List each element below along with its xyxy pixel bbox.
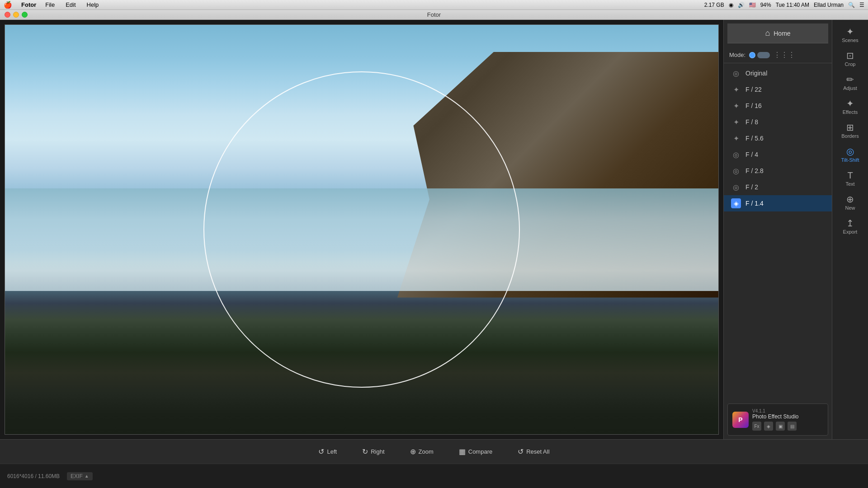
filter-item-f8[interactable]: ✦F / 8 [724, 114, 832, 130]
window-title: Fotor [427, 11, 441, 18]
text-icon: T [847, 171, 853, 180]
home-label: Home [774, 30, 790, 37]
close-button[interactable] [5, 12, 10, 18]
username: Ellad Urman [814, 2, 844, 8]
toolbar-left[interactable]: ↺Left [315, 446, 340, 458]
new-icon: ⊕ [846, 195, 854, 204]
toolbar-compare[interactable]: ▦Compare [455, 446, 496, 458]
toolbar-label-left: Left [327, 448, 337, 455]
ad-banner[interactable]: P V4.1.1 Photo Effect Studio Fx ◈ ▣ ▤ [727, 404, 828, 436]
tool-label-text: Text [845, 181, 854, 187]
app-name-menu[interactable]: Fotor [21, 1, 36, 8]
home-icon: ⌂ [765, 28, 770, 38]
filter-label-f16: F / 16 [745, 102, 762, 109]
right-icon: ↻ [362, 447, 368, 456]
filter-icon-f5_6: ✦ [731, 133, 741, 143]
tool-adjust[interactable]: ✏Adjust [834, 71, 867, 94]
status-bar: 6016*4016 / 11.60MB EXIF ▲ [0, 464, 868, 488]
toolbar-reset[interactable]: ↺Reset All [514, 446, 553, 458]
tool-export[interactable]: ↥Export [834, 215, 867, 238]
tool-label-new: New [845, 205, 855, 211]
filter-label-f2: F / 2 [745, 183, 758, 191]
memory-indicator: 2.17 GB [704, 2, 724, 8]
adjust-icon: ✏ [846, 75, 854, 84]
tilt-shift-icon: ◎ [846, 147, 854, 156]
tool-label-export: Export [843, 229, 858, 235]
effects-icon: ✦ [846, 99, 854, 108]
filter-icon-original: ◎ [731, 68, 741, 78]
filter-item-f2[interactable]: ◎F / 2 [724, 179, 832, 195]
ad-version: V4.1.1 [752, 408, 823, 413]
filter-item-f5_6[interactable]: ✦F / 5.6 [724, 130, 832, 146]
ocean-photo [5, 25, 718, 434]
filter-item-f4[interactable]: ◎F / 4 [724, 146, 832, 163]
exif-label: EXIF [71, 473, 83, 479]
tool-label-tilt-shift: Tilt-Shift [841, 157, 859, 163]
exif-button[interactable]: EXIF ▲ [67, 472, 93, 480]
file-menu[interactable]: File [43, 1, 57, 8]
filter-label-f2_8: F / 2.8 [745, 167, 764, 174]
tool-tilt-shift[interactable]: ◎Tilt-Shift [834, 143, 867, 166]
file-dimensions: 6016*4016 / 11.60MB [7, 473, 60, 479]
filter-item-f22[interactable]: ✦F / 22 [724, 81, 832, 98]
scenes-icon: ✦ [846, 27, 854, 36]
toolbar-zoom[interactable]: ⊕Zoom [406, 446, 437, 458]
filter-label-f4: F / 4 [745, 151, 758, 158]
toolbar-label-compare: Compare [468, 448, 492, 455]
main-content: ⌂ Home Mode: ⋮⋮⋮ ◎Original✦F / 22✦F / 16… [0, 20, 868, 439]
filter-item-f2_8[interactable]: ◎F / 2.8 [724, 163, 832, 179]
filter-icon-f16: ✦ [731, 101, 741, 111]
photo-background [5, 25, 718, 434]
tool-crop[interactable]: ⊡Crop [834, 47, 867, 70]
filter-icon-f22: ✦ [731, 84, 741, 94]
filter-item-original[interactable]: ◎Original [724, 65, 832, 81]
home-button[interactable]: ⌂ Home [727, 23, 828, 43]
compare-icon: ▦ [459, 447, 466, 456]
volume-icon: 🔊 [738, 2, 745, 8]
filter-item-f16[interactable]: ✦F / 16 [724, 98, 832, 114]
ad-icons: Fx ◈ ▣ ▤ [752, 422, 823, 431]
filter-label-f22: F / 22 [745, 86, 762, 93]
filter-label-original: Original [745, 70, 767, 77]
grid-icon[interactable]: ▤ [788, 422, 797, 431]
filter-icon-f1_4: ◈ [731, 198, 741, 208]
apple-menu[interactable]: 🍎 [4, 1, 12, 9]
export-icon: ↥ [846, 219, 854, 228]
ad-logo: P [732, 412, 749, 428]
canvas-area[interactable] [5, 24, 719, 435]
diamond-icon[interactable]: ◈ [764, 422, 773, 431]
tool-label-effects: Effects [843, 109, 858, 115]
filter-label-f1_4: F / 1.4 [745, 200, 764, 207]
toggle-bar[interactable] [757, 52, 770, 58]
minimize-button[interactable] [13, 12, 19, 18]
filter-item-f1_4[interactable]: ◈F / 1.4 [724, 195, 832, 211]
title-bar: Fotor [0, 10, 868, 20]
mode-row: Mode: ⋮⋮⋮ [724, 47, 832, 63]
filter-label-f8: F / 8 [745, 118, 758, 126]
filter-label-f5_6: F / 5.6 [745, 135, 764, 142]
tool-borders[interactable]: ⊞Borders [834, 119, 867, 142]
tool-scenes[interactable]: ✦Scenes [834, 23, 867, 47]
right-panel: ⌂ Home Mode: ⋮⋮⋮ ◎Original✦F / 22✦F / 16… [723, 20, 832, 439]
tool-panel: ✦Scenes⊡Crop✏Adjust✦Effects⊞Borders◎Tilt… [832, 20, 868, 439]
menubar-right: 2.17 GB ◉ 🔊 🇺🇸 94% Tue 11:40 AM Ellad Ur… [704, 2, 864, 8]
fullscreen-button[interactable] [22, 12, 28, 18]
fx-icon[interactable]: Fx [752, 422, 761, 431]
tool-effects[interactable]: ✦Effects [834, 95, 867, 118]
grid-view-icon[interactable]: ⋮⋮⋮ [774, 51, 795, 59]
reset-icon: ↺ [518, 447, 524, 456]
search-icon[interactable]: 🔍 [848, 2, 855, 8]
tool-label-crop: Crop [845, 61, 856, 67]
toolbar-label-reset: Reset All [526, 448, 549, 455]
mode-toggle[interactable] [749, 52, 770, 58]
menu-bar: 🍎 Fotor File Edit Help 2.17 GB ◉ 🔊 🇺🇸 94… [0, 0, 868, 10]
toolbar-label-zoom: Zoom [419, 448, 434, 455]
exif-chevron: ▲ [85, 474, 89, 479]
toolbar-right[interactable]: ↻Right [359, 446, 388, 458]
list-icon[interactable]: ☰ [859, 2, 864, 8]
help-menu[interactable]: Help [85, 1, 101, 8]
edit-menu[interactable]: Edit [64, 1, 77, 8]
crop-icon[interactable]: ▣ [776, 422, 785, 431]
tool-new[interactable]: ⊕New [834, 191, 867, 214]
tool-text[interactable]: TText [834, 167, 867, 190]
